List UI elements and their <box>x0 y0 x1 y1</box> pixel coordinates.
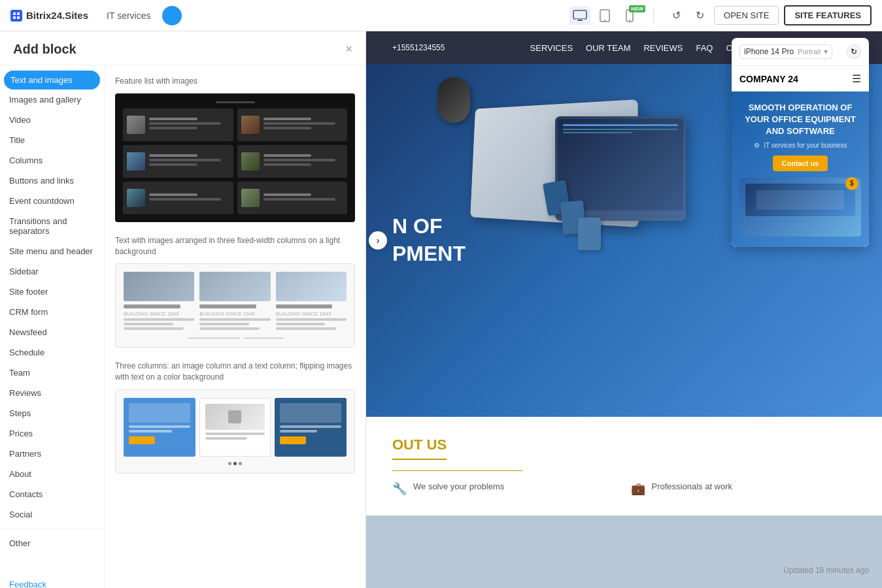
divider <box>653 7 654 25</box>
svg-point-8 <box>604 20 605 21</box>
category-partners[interactable]: Partners <box>0 444 104 464</box>
device-switcher: NEW <box>569 7 640 25</box>
category-divider <box>0 529 104 529</box>
device-label: iPhone 14 Pro <box>744 47 794 56</box>
site-features-button[interactable]: SITE FEATURES <box>784 5 872 25</box>
mobile-company-name: COMPANY 24 <box>739 74 798 84</box>
mobile-frame: COMPANY 24 ☰ SMOOTH OPERATION OF YOUR OF… <box>732 66 869 247</box>
panel-close-button[interactable]: × <box>345 42 352 56</box>
card-3 <box>578 218 601 250</box>
category-steps[interactable]: Steps <box>0 403 104 423</box>
dot-2 <box>233 462 237 465</box>
undo-button[interactable]: ↺ <box>667 7 685 25</box>
category-crm-form[interactable]: CRM form <box>0 302 104 322</box>
svg-rect-2 <box>13 16 16 19</box>
three-col-description: Text with images arranged in three fixed… <box>115 235 355 257</box>
category-buttons-links[interactable]: Buttons and links <box>0 171 104 191</box>
site-phone: +15551234555 <box>392 43 445 52</box>
nav-reviews[interactable]: REVIEWS <box>643 43 683 53</box>
category-reviews[interactable]: Reviews <box>0 383 104 403</box>
topbar: Bitrix24.Sites IT services NEW ↺ ↻ OPEN … <box>0 0 882 31</box>
feedback-link[interactable]: Feedback <box>9 580 46 588</box>
category-text-images[interactable]: Text and images <box>4 71 100 90</box>
mobile-hero-cta[interactable]: Contact us <box>773 155 828 171</box>
feature-list-preview[interactable] <box>115 93 355 222</box>
feedback-section: Feedback <box>0 573 104 588</box>
block-previews-area: Feature list with images <box>105 65 365 588</box>
tablet-device-button[interactable] <box>594 7 615 25</box>
flip-col-c <box>275 398 347 457</box>
dot-3 <box>239 462 242 465</box>
category-contacts[interactable]: Contacts <box>0 484 104 504</box>
category-schedule[interactable]: Schedule <box>0 342 104 363</box>
device-select[interactable]: iPhone 14 Pro Portrait ▾ <box>739 44 832 59</box>
nav-services[interactable]: SERVICES <box>530 43 573 53</box>
about-divider <box>392 470 523 471</box>
hero-text: N OF PMENT <box>392 213 466 267</box>
category-columns[interactable]: Columns <box>0 150 104 171</box>
svg-rect-4 <box>573 10 586 19</box>
mobile-company-header: COMPANY 24 ☰ <box>732 66 869 91</box>
mobile-screen <box>745 184 855 216</box>
flip-inner <box>116 390 354 473</box>
about-text-1: We solve your problems <box>413 482 504 491</box>
redo-button[interactable]: ↻ <box>690 7 709 25</box>
rotate-button[interactable]: ↻ <box>847 44 861 59</box>
categories-list: Text and images Images and gallery Video… <box>0 65 105 588</box>
svg-point-10 <box>629 20 630 21</box>
three-col-inner: BUILDING SINCE 1943 BUILDING SINCE 1943 <box>116 264 354 347</box>
flip-col-b <box>199 398 271 457</box>
category-images-gallery[interactable]: Images and gallery <box>0 90 104 110</box>
col-item-3: BUILDING SINCE 1943 <box>276 272 347 332</box>
category-other[interactable]: Other <box>0 533 104 553</box>
preview-grid <box>123 108 347 214</box>
category-site-footer[interactable]: Site footer <box>0 282 104 302</box>
panel-header: Add block × <box>0 31 365 65</box>
keyboard-illustration <box>470 99 639 227</box>
about-text-2: Professionals at work <box>652 482 733 491</box>
category-video[interactable]: Video <box>0 110 104 130</box>
category-social[interactable]: Social <box>0 504 104 525</box>
flip-preview[interactable] <box>115 389 355 474</box>
hero-title-line1: N OF <box>392 213 466 240</box>
feature-list-description: Feature list with images <box>115 76 355 87</box>
preview-card-5 <box>123 182 233 214</box>
about-content: 🔧 We solve your problems 💼 Professionals… <box>392 482 856 496</box>
updated-status: Updated 18 minutes ago <box>783 566 869 575</box>
category-title[interactable]: Title <box>0 130 104 150</box>
site-nav-prev[interactable]: › <box>369 231 387 250</box>
logo-icon <box>10 10 22 22</box>
category-team[interactable]: Team <box>0 363 104 383</box>
user-avatar <box>162 6 182 25</box>
category-site-menu[interactable]: Site menu and header <box>0 241 104 261</box>
mobile-badge: $ <box>845 177 858 190</box>
category-transitions[interactable]: Transitions and separators <box>0 211 104 241</box>
category-prices[interactable]: Prices <box>0 423 104 444</box>
flip-col-a <box>124 398 195 457</box>
chevron-down-icon: ▾ <box>824 47 828 56</box>
category-newsfeed[interactable]: Newsfeed <box>0 322 104 342</box>
flip-grid <box>124 398 347 457</box>
nav-faq[interactable]: FAQ <box>696 43 713 53</box>
site-preview: +15551234555 SERVICES OUR TEAM REVIEWS F… <box>366 31 882 588</box>
category-sidebar[interactable]: Sidebar <box>0 261 104 282</box>
preview-card-1 <box>123 108 233 141</box>
mobile-menu-icon[interactable]: ☰ <box>852 73 861 85</box>
card-2 <box>560 201 586 235</box>
open-site-button[interactable]: OPEN SITE <box>714 6 779 25</box>
hero-title-line2: PMENT <box>392 240 466 268</box>
preview-nav-mockup <box>123 101 347 103</box>
desktop-device-button[interactable] <box>569 7 590 25</box>
logo: Bitrix24.Sites <box>10 10 88 22</box>
nav-our-team[interactable]: OUR TEAM <box>586 43 630 53</box>
three-col-preview[interactable]: BUILDING SINCE 1943 BUILDING SINCE 1943 <box>115 263 355 348</box>
block-feature-list-section: Feature list with images <box>115 76 355 222</box>
block-three-col-section: Text with images arranged in three fixed… <box>115 235 355 348</box>
mobile-hero: SMOOTH OPERATION OF YOUR OFFICE EQUIPMEN… <box>732 91 869 247</box>
mobile-device-group: NEW <box>619 7 640 25</box>
add-block-panel: Add block × Text and images Images and g… <box>0 31 366 588</box>
category-about[interactable]: About <box>0 464 104 484</box>
category-event-countdown[interactable]: Event countdown <box>0 191 104 211</box>
about-col-2: 💼 Professionals at work <box>631 482 857 496</box>
dot-1 <box>228 462 231 465</box>
